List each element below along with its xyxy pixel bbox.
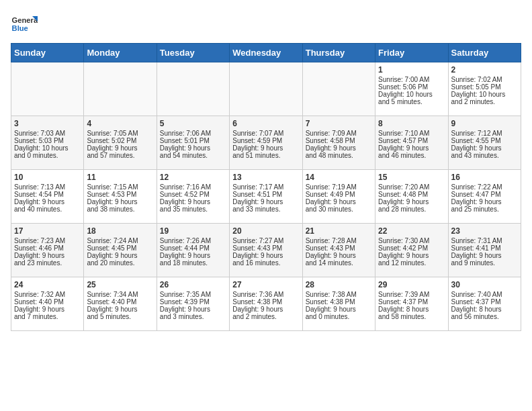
cell-info: Daylight: 8 hours (451, 306, 518, 313)
calendar-cell: 3Sunrise: 7:03 AMSunset: 5:03 PMDaylight… (11, 116, 84, 170)
day-number: 6 (232, 119, 299, 128)
calendar-cell (157, 62, 229, 116)
cell-info: and 30 minutes. (306, 205, 372, 213)
calendar-cell: 19Sunrise: 7:26 AMSunset: 4:44 PMDayligh… (157, 224, 229, 277)
cell-info: and 33 minutes. (232, 205, 299, 213)
cell-info: Sunset: 4:57 PM (378, 137, 445, 144)
cell-info: Daylight: 9 hours (160, 144, 226, 152)
calendar-week-1: 1Sunrise: 7:00 AMSunset: 5:06 PMDaylight… (11, 62, 521, 116)
cell-info: Daylight: 10 hours (451, 91, 518, 98)
calendar-cell: 5Sunrise: 7:06 AMSunset: 5:01 PMDaylight… (157, 116, 229, 170)
calendar-cell: 23Sunrise: 7:31 AMSunset: 4:41 PMDayligh… (448, 224, 521, 277)
calendar-cell: 14Sunrise: 7:19 AMSunset: 4:49 PMDayligh… (302, 170, 375, 224)
cell-info: and 40 minutes. (14, 205, 81, 213)
cell-info: and 46 minutes. (378, 152, 445, 159)
day-number: 18 (87, 226, 153, 236)
cell-info: Sunset: 4:58 PM (306, 137, 372, 144)
cell-info: Sunrise: 7:07 AM (232, 130, 299, 137)
cell-info: Sunrise: 7:17 AM (232, 183, 299, 191)
cell-info: Daylight: 9 hours (87, 252, 153, 259)
cell-info: Daylight: 9 hours (306, 306, 372, 313)
cell-info: and 23 minutes. (14, 259, 81, 267)
day-number: 26 (160, 280, 226, 289)
cell-info: Daylight: 9 hours (87, 198, 153, 205)
cell-info: Sunrise: 7:23 AM (14, 237, 81, 244)
calendar-cell: 15Sunrise: 7:20 AMSunset: 4:48 PMDayligh… (375, 170, 448, 224)
cell-info: and 2 minutes. (451, 98, 518, 105)
cell-info: and 14 minutes. (306, 259, 372, 267)
cell-info: Sunrise: 7:19 AM (306, 183, 372, 191)
day-number: 3 (14, 119, 81, 128)
calendar-week-2: 3Sunrise: 7:03 AMSunset: 5:03 PMDaylight… (11, 116, 521, 170)
day-number: 1 (378, 65, 445, 75)
cell-info: Sunrise: 7:09 AM (306, 130, 372, 137)
day-number: 15 (378, 173, 445, 182)
calendar-week-5: 24Sunrise: 7:32 AMSunset: 4:40 PMDayligh… (11, 277, 521, 331)
cell-info: Sunset: 4:38 PM (232, 298, 299, 306)
cell-info: Daylight: 9 hours (306, 252, 372, 259)
calendar-cell: 18Sunrise: 7:24 AMSunset: 4:45 PMDayligh… (84, 224, 157, 277)
cell-info: Sunset: 4:39 PM (160, 298, 226, 306)
calendar-cell: 1Sunrise: 7:00 AMSunset: 5:06 PMDaylight… (375, 62, 448, 116)
cell-info: Sunrise: 7:38 AM (306, 291, 372, 298)
cell-info: Daylight: 9 hours (451, 198, 518, 205)
calendar-cell: 21Sunrise: 7:28 AMSunset: 4:43 PMDayligh… (302, 224, 375, 277)
cell-info: Daylight: 9 hours (14, 198, 81, 205)
calendar-cell (230, 62, 302, 116)
cell-info: and 58 minutes. (378, 313, 445, 320)
cell-info: Daylight: 9 hours (14, 252, 81, 259)
cell-info: Sunrise: 7:16 AM (160, 183, 226, 191)
cell-info: Daylight: 9 hours (87, 144, 153, 152)
day-number: 5 (160, 119, 226, 128)
cell-info: Daylight: 9 hours (378, 198, 445, 205)
day-number: 10 (14, 173, 81, 182)
calendar-header-row: SundayMondayTuesdayWednesdayThursdayFrid… (11, 44, 521, 62)
calendar-cell: 2Sunrise: 7:02 AMSunset: 5:05 PMDaylight… (448, 62, 521, 116)
cell-info: Sunset: 4:44 PM (160, 244, 226, 252)
calendar-cell: 26Sunrise: 7:35 AMSunset: 4:39 PMDayligh… (157, 277, 229, 331)
weekday-header-wednesday: Wednesday (230, 44, 302, 62)
cell-info: Sunrise: 7:03 AM (14, 130, 81, 137)
cell-info: Sunrise: 7:00 AM (378, 76, 445, 83)
cell-info: Sunrise: 7:35 AM (160, 291, 226, 298)
cell-info: Daylight: 9 hours (87, 306, 153, 313)
weekday-header-thursday: Thursday (302, 44, 375, 62)
calendar-cell: 11Sunrise: 7:15 AMSunset: 4:53 PMDayligh… (84, 170, 157, 224)
cell-info: Sunrise: 7:27 AM (232, 237, 299, 244)
calendar-cell: 7Sunrise: 7:09 AMSunset: 4:58 PMDaylight… (302, 116, 375, 170)
cell-info: Sunrise: 7:13 AM (14, 183, 81, 191)
cell-info: and 38 minutes. (87, 205, 153, 213)
cell-info: Sunrise: 7:39 AM (378, 291, 445, 298)
weekday-header-monday: Monday (84, 44, 157, 62)
cell-info: and 54 minutes. (160, 152, 226, 159)
cell-info: Daylight: 9 hours (232, 198, 299, 205)
calendar-cell: 27Sunrise: 7:36 AMSunset: 4:38 PMDayligh… (230, 277, 302, 331)
cell-info: Sunrise: 7:26 AM (160, 237, 226, 244)
cell-info: Daylight: 9 hours (451, 252, 518, 259)
weekday-header-friday: Friday (375, 44, 448, 62)
day-number: 13 (232, 173, 299, 182)
cell-info: Sunset: 4:43 PM (232, 244, 299, 252)
cell-info: and 51 minutes. (232, 152, 299, 159)
cell-info: Sunrise: 7:12 AM (451, 130, 518, 137)
cell-info: Daylight: 9 hours (232, 306, 299, 313)
cell-info: Sunset: 4:37 PM (378, 298, 445, 306)
cell-info: Sunrise: 7:34 AM (87, 291, 153, 298)
cell-info: Sunrise: 7:31 AM (451, 237, 518, 244)
cell-info: Sunrise: 7:05 AM (87, 130, 153, 137)
calendar-cell: 20Sunrise: 7:27 AMSunset: 4:43 PMDayligh… (230, 224, 302, 277)
cell-info: and 28 minutes. (378, 205, 445, 213)
svg-text:Blue: Blue (12, 24, 28, 32)
cell-info: Sunset: 5:06 PM (378, 83, 445, 91)
cell-info: Sunset: 5:05 PM (451, 83, 518, 91)
cell-info: and 20 minutes. (87, 259, 153, 267)
calendar-cell: 4Sunrise: 7:05 AMSunset: 5:02 PMDaylight… (84, 116, 157, 170)
cell-info: Sunset: 5:03 PM (14, 137, 81, 144)
cell-info: Daylight: 10 hours (378, 91, 445, 98)
cell-info: Sunrise: 7:36 AM (232, 291, 299, 298)
calendar-cell: 16Sunrise: 7:22 AMSunset: 4:47 PMDayligh… (448, 170, 521, 224)
cell-info: Sunrise: 7:32 AM (14, 291, 81, 298)
calendar-week-3: 10Sunrise: 7:13 AMSunset: 4:54 PMDayligh… (11, 170, 521, 224)
calendar-cell: 25Sunrise: 7:34 AMSunset: 4:40 PMDayligh… (84, 277, 157, 331)
calendar-cell: 13Sunrise: 7:17 AMSunset: 4:51 PMDayligh… (230, 170, 302, 224)
